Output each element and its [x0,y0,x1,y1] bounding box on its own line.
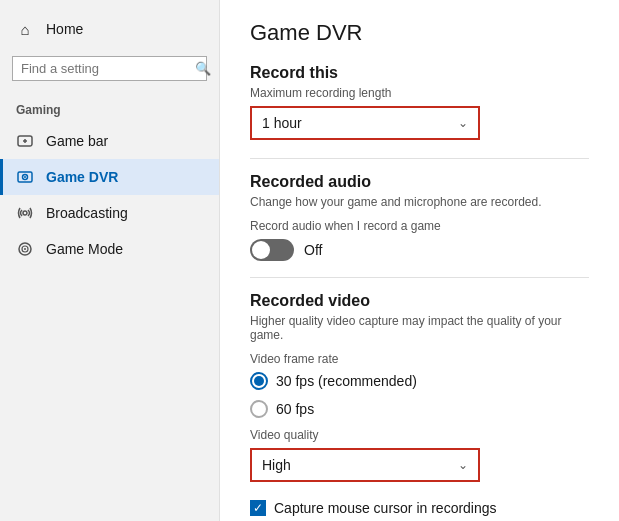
toggle-knob [252,241,270,259]
svg-point-9 [24,248,26,250]
search-icon: 🔍 [195,61,211,76]
broadcasting-icon [16,204,34,222]
audio-toggle[interactable] [250,239,294,261]
svg-point-5 [24,176,26,178]
toggle-state-label: Off [304,242,322,258]
record-this-title: Record this [250,64,589,82]
recorded-video-desc: Higher quality video capture may impact … [250,314,589,342]
sidebar-home-label: Home [46,21,83,37]
recorded-video-title: Recorded video [250,292,589,310]
sidebar-item-label: Broadcasting [46,205,128,221]
video-quality-value: High [262,457,291,473]
recording-length-dropdown[interactable]: 1 hour ⌄ [250,106,480,140]
capture-mouse-checkbox[interactable]: ✓ [250,500,266,516]
recorded-audio-section: Recorded audio Change how your game and … [250,173,589,261]
sidebar-item-game-dvr[interactable]: Game DVR [0,159,219,195]
chevron-down-icon-2: ⌄ [458,458,468,472]
home-icon: ⌂ [16,20,34,38]
radio-30fps-button[interactable] [250,372,268,390]
main-content: Game DVR Record this Maximum recording l… [220,0,619,521]
sidebar-item-label: Game DVR [46,169,118,185]
radio-30fps-label: 30 fps (recommended) [276,373,417,389]
capture-mouse-label: Capture mouse cursor in recordings [274,500,497,516]
search-box[interactable]: 🔍 [12,56,207,81]
record-this-section: Record this Maximum recording length 1 h… [250,64,589,140]
radio-inner-dot [254,376,264,386]
game-mode-icon [16,240,34,258]
divider-1 [250,158,589,159]
sidebar-item-broadcasting[interactable]: Broadcasting [0,195,219,231]
video-quality-label: Video quality [250,428,589,442]
radio-60fps-label: 60 fps [276,401,314,417]
chevron-down-icon: ⌄ [458,116,468,130]
page-title: Game DVR [250,20,589,46]
sidebar-item-home[interactable]: ⌂ Home [0,10,219,48]
recorded-audio-title: Recorded audio [250,173,589,191]
recording-length-value: 1 hour [262,115,302,131]
svg-point-6 [23,211,27,215]
max-recording-label: Maximum recording length [250,86,589,100]
toggle-audio-label: Record audio when I record a game [250,219,589,233]
radio-60fps-button[interactable] [250,400,268,418]
sidebar-section-label: Gaming [0,89,219,123]
sidebar-item-game-bar[interactable]: Game bar [0,123,219,159]
toggle-row: Off [250,239,589,261]
sidebar-item-label: Game Mode [46,241,123,257]
search-input[interactable] [21,61,189,76]
game-dvr-icon [16,168,34,186]
recorded-video-section: Recorded video Higher quality video capt… [250,292,589,482]
sidebar-item-game-mode[interactable]: Game Mode [0,231,219,267]
capture-mouse-row[interactable]: ✓ Capture mouse cursor in recordings [250,500,589,516]
video-quality-dropdown[interactable]: High ⌄ [250,448,480,482]
recorded-audio-desc: Change how your game and microphone are … [250,195,589,209]
divider-2 [250,277,589,278]
checkmark-icon: ✓ [253,502,263,514]
sidebar: ⌂ Home 🔍 Gaming Game bar Game DVR [0,0,220,521]
radio-30fps[interactable]: 30 fps (recommended) [250,372,589,390]
radio-60fps[interactable]: 60 fps [250,400,589,418]
frame-rate-label: Video frame rate [250,352,589,366]
game-bar-icon [16,132,34,150]
sidebar-item-label: Game bar [46,133,108,149]
